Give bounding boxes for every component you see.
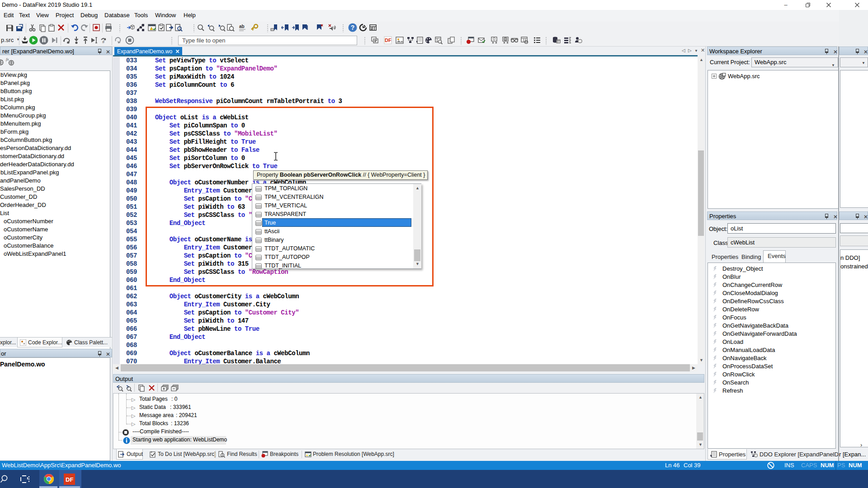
svg-text:DF: DF [66,476,73,483]
svg-text:DF: DF [385,38,392,43]
svg-text:?: ? [351,24,355,31]
svg-text:#: # [102,40,105,44]
svg-text:ab: ab [239,24,245,29]
svg-text:fx: fx [6,57,9,61]
